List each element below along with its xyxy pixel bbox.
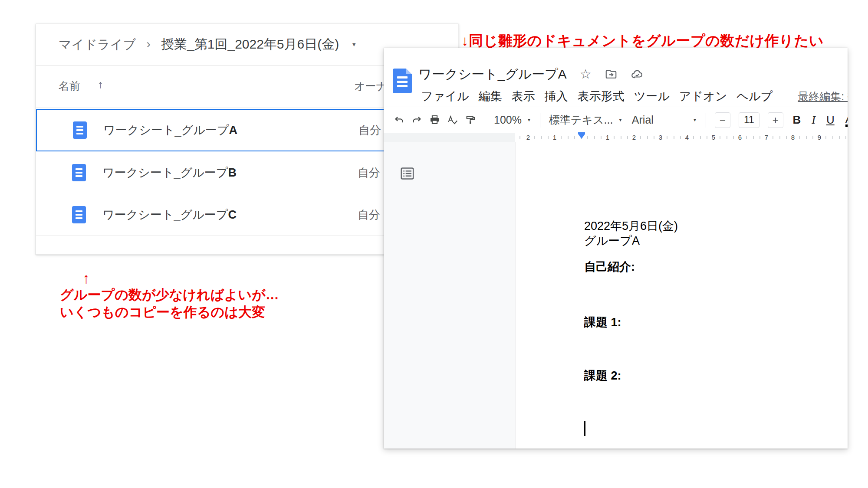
paint-format-icon[interactable] [464, 114, 476, 126]
ruler-number: 6 [737, 133, 743, 142]
underline-button[interactable]: U [826, 113, 835, 127]
menu-format[interactable]: 表示形式 [577, 88, 625, 104]
paragraph-style-select[interactable]: 標準テキス... ▼ [549, 113, 614, 127]
folder-dropdown-icon[interactable]: ▼ [351, 41, 357, 48]
horizontal-ruler: 2 1 1 2 3 4 5 6 7 8 9 [384, 133, 848, 142]
cloud-saved-icon[interactable] [631, 68, 644, 81]
file-owner: 自分 [358, 165, 380, 180]
menu-tools[interactable]: ツール [633, 88, 671, 104]
toolbar-separator [485, 113, 485, 128]
docs-header: ワークシート_グループA ☆ ファイル [384, 48, 848, 107]
menu-addons[interactable]: アドオン [678, 88, 728, 104]
toolbar-separator [706, 113, 706, 128]
docs-toolbar: 100% ▼ 標準テキス... ▼ Arial ▼ − 11 + B I U A [384, 107, 848, 133]
ruler-number: 2 [525, 133, 531, 142]
ruler-number: 5 [710, 133, 717, 142]
ruler-number: 2 [631, 133, 637, 142]
ruler-number: 9 [816, 133, 822, 142]
google-docs-file-icon [72, 164, 86, 181]
annotation-left-note: ↑ グループの数が少なければよいが… いくつものコピーを作るのは大変 [60, 270, 279, 321]
undo-icon[interactable] [393, 114, 405, 126]
up-arrow-annotation: ↑ [82, 270, 279, 286]
toolbar-separator [623, 113, 623, 128]
ruler-scale: 2 1 1 2 3 4 5 6 7 8 9 [515, 133, 848, 142]
doc-line-task2: 課題 2: [584, 368, 621, 383]
annotation-line-1: グループの数が少なければよいが… [60, 286, 279, 304]
ruler-number: 1 [552, 133, 558, 142]
menu-file[interactable]: ファイル [420, 88, 470, 104]
ruler-number: 7 [763, 133, 769, 142]
bold-button[interactable]: B [792, 113, 801, 127]
screenshot-root: ↓同じ雛形のドキュメントをグループの数だけ作りたい マイドライブ › 授業_第1… [0, 0, 868, 488]
last-edited-link[interactable]: 最終編集: 数秒前 [798, 89, 848, 104]
spellcheck-icon[interactable] [447, 114, 458, 126]
italic-button[interactable]: I [812, 114, 815, 127]
menu-view[interactable]: 表示 [511, 88, 536, 104]
chevron-down-icon: ▼ [693, 118, 697, 122]
document-canvas: 2022年5月6日(金) グループA 自己紹介: 課題 1: 課題 2: [384, 142, 848, 449]
font-size-increase-button[interactable]: + [768, 112, 783, 128]
ruler-number: 1 [605, 133, 611, 142]
doc-line-date: 2022年5月6日(金) [584, 219, 678, 233]
file-owner: 自分 [358, 123, 381, 138]
font-size-value[interactable]: 11 [739, 112, 760, 128]
file-name: ワークシート_グループA [103, 122, 237, 138]
docs-menu-bar: ファイル 編集 表示 挿入 表示形式 ツール アドオン ヘルプ 最終編集: 数秒… [420, 88, 848, 104]
font-size-decrease-button[interactable]: − [715, 112, 730, 128]
document-outline-icon[interactable] [398, 165, 416, 182]
ruler-number: 4 [684, 133, 690, 142]
zoom-select[interactable]: 100% ▼ [494, 114, 531, 126]
chevron-down-icon: ▼ [618, 118, 622, 122]
document-title[interactable]: ワークシート_グループA [418, 66, 567, 83]
chevron-down-icon: ▼ [527, 118, 531, 122]
toolbar-separator [540, 113, 540, 128]
breadcrumb: マイドライブ › 授業_第1回_2022年5月6日(金) ▼ [59, 24, 357, 65]
google-docs-app-icon[interactable] [393, 69, 412, 93]
file-name: ワークシート_グループB [102, 165, 237, 180]
menu-edit[interactable]: 編集 [478, 88, 503, 104]
sort-ascending-icon[interactable]: ↑ [98, 78, 103, 91]
docs-title-row: ワークシート_グループA ☆ [418, 64, 644, 84]
doc-line-group: グループA [584, 233, 640, 248]
breadcrumb-my-drive[interactable]: マイドライブ [59, 36, 136, 53]
doc-line-task1: 課題 1: [584, 315, 621, 330]
menu-insert[interactable]: 挿入 [544, 88, 569, 104]
breadcrumb-current-folder[interactable]: 授業_第1回_2022年5月6日(金) [161, 36, 339, 53]
ruler-number: 3 [658, 133, 664, 142]
file-name: ワークシート_グループC [102, 207, 237, 223]
google-docs-file-icon [73, 121, 87, 139]
indent-marker-icon[interactable] [578, 134, 585, 139]
file-owner: 自分 [358, 207, 380, 222]
text-color-button[interactable]: A [845, 113, 848, 127]
ruler-number: 8 [790, 133, 796, 142]
star-icon[interactable]: ☆ [580, 68, 592, 81]
text-style-buttons: B I U A [792, 113, 848, 127]
text-cursor [584, 421, 585, 436]
google-docs-file-icon [72, 206, 86, 223]
menu-help[interactable]: ヘルプ [736, 88, 773, 104]
font-select[interactable]: Arial ▼ [632, 114, 697, 126]
print-icon[interactable] [429, 114, 441, 126]
redo-icon[interactable] [411, 114, 423, 126]
move-folder-icon[interactable] [605, 68, 618, 81]
doc-line-intro: 自己紹介: [584, 259, 635, 274]
document-page[interactable]: 2022年5月6日(金) グループA 自己紹介: 課題 1: 課題 2: [515, 142, 848, 449]
google-docs-window: ワークシート_グループA ☆ ファイル [384, 48, 848, 449]
column-header-name[interactable]: 名前 [59, 79, 80, 93]
annotation-line-2: いくつものコピーを作るのは大変 [60, 304, 279, 321]
chevron-right-icon: › [146, 36, 151, 51]
